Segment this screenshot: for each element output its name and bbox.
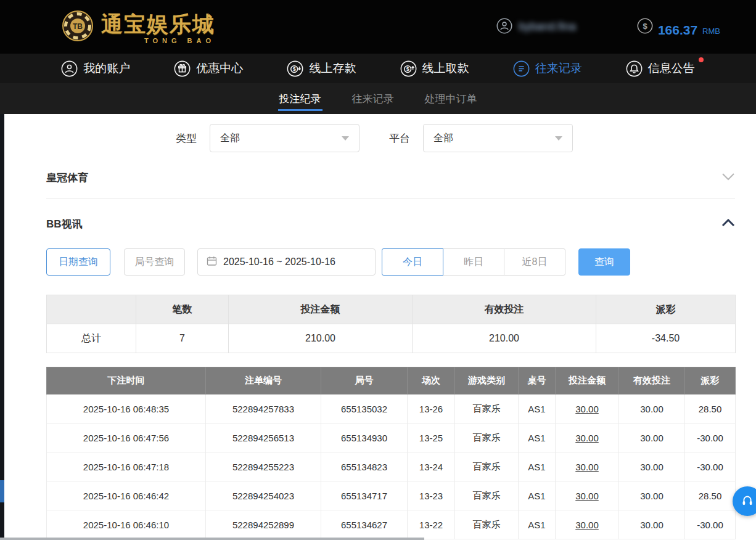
bet-time-cell: 2025-10-16 06:47:18 (47, 452, 206, 481)
session-cell: 13-23 (408, 481, 455, 510)
search-button[interactable]: 查询 (578, 248, 630, 276)
valid-bet-cell: 30.00 (619, 452, 685, 481)
yesterday-button[interactable]: 昨日 (443, 248, 504, 276)
last-8-days-button[interactable]: 近8日 (504, 248, 565, 276)
deposit-icon: $ (287, 60, 303, 77)
table-no-cell: AS1 (519, 481, 556, 510)
valid-bet-cell: 30.00 (619, 395, 685, 423)
table-no-cell: AS1 (519, 510, 556, 539)
summary-header-row: 笔数 投注金额 有效投注 派彩 (47, 295, 736, 324)
nav-label: 往来记录 (535, 60, 582, 76)
date-range-value: 2025-10-16 ~ 2025-10-16 (223, 256, 335, 268)
calendar-icon (207, 256, 217, 269)
filter-row: 类型 全部 平台 全部 (176, 124, 735, 152)
section-crown-sports[interactable]: 皇冠体育 (46, 165, 735, 190)
platform-select[interactable]: 全部 (423, 124, 573, 152)
main-nav: 我的账户 优惠中心 $ 线上存款 (0, 54, 756, 83)
summary-payout: -34.50 (596, 324, 736, 353)
summary-total-label: 总计 (47, 324, 136, 353)
brand-logo[interactable]: TB 通宝娱乐城 TONG BAO (62, 10, 215, 44)
section-title: BB视讯 (46, 217, 83, 231)
svg-text:$: $ (406, 66, 409, 72)
table-row: 2025-10-16 06:46:42 522894254023 6551347… (47, 481, 736, 510)
game-type-cell: 百家乐 (455, 452, 519, 481)
svg-text:$: $ (643, 21, 647, 30)
table-row: 2025-10-16 06:47:18 522894255223 6551348… (47, 452, 736, 481)
today-button[interactable]: 今日 (382, 248, 443, 276)
summary-table: 笔数 投注金额 有效投注 派彩 总计 7 210.00 210.00 -34.5… (46, 295, 736, 353)
header-bet-no: 注单编号 (206, 367, 321, 395)
brand-name: 通宝娱乐城 (101, 10, 215, 39)
desktop-edge-highlight (0, 480, 4, 502)
bet-amount-link[interactable]: 30.00 (556, 481, 619, 510)
header-game-type: 游戏类别 (455, 367, 519, 395)
main-content: 类型 全部 平台 全部 皇冠体育 BB视讯 日期查询 局号查询 (0, 124, 756, 539)
nav-item-withdraw[interactable]: $ 线上取款 (400, 60, 469, 77)
nav-item-deposit[interactable]: $ 线上存款 (287, 60, 356, 77)
payout-cell: -30.00 (685, 510, 736, 539)
user-account[interactable]: byband.fina (496, 18, 600, 36)
summary-header-payout: 派彩 (596, 295, 736, 324)
table-row: 2025-10-16 06:48:35 522894257833 6551350… (47, 395, 736, 423)
platform-filter-label: 平台 (389, 131, 410, 145)
bet-no-cell: 522894254023 (206, 481, 321, 510)
bet-no-cell: 522894257833 (206, 395, 321, 423)
summary-valid-bet: 210.00 (413, 324, 596, 353)
header-table-no: 桌号 (519, 367, 556, 395)
round-no-cell: 655134627 (321, 510, 408, 539)
balance-currency: RMB (702, 27, 720, 36)
header-valid-bet: 有效投注 (619, 367, 685, 395)
tab-transaction-records[interactable]: 往来记录 (351, 83, 395, 114)
table-row: 2025-10-16 06:47:56 522894256513 6551349… (47, 423, 736, 452)
chevron-down-icon[interactable] (721, 172, 735, 183)
bet-no-cell: 522894255223 (206, 452, 321, 481)
type-select-value: 全部 (220, 132, 240, 145)
svg-text:TB: TB (73, 22, 83, 30)
session-cell: 13-24 (408, 452, 455, 481)
summary-header-valid-bet: 有效投注 (413, 295, 596, 324)
nav-label: 信息公告 (648, 60, 695, 76)
game-type-cell: 百家乐 (455, 481, 519, 510)
chevron-down-icon (342, 136, 349, 141)
valid-bet-cell: 30.00 (619, 481, 685, 510)
bet-amount-link[interactable]: 30.00 (556, 452, 619, 481)
bet-time-cell: 2025-10-16 06:46:42 (47, 481, 206, 510)
user-icon (61, 60, 78, 77)
table-row: 2025-10-16 06:46:10 522894252899 6551346… (47, 510, 736, 539)
summary-bet-amount: 210.00 (229, 324, 413, 353)
header-bet-time: 下注时间 (47, 367, 206, 395)
nav-item-promotions[interactable]: 优惠中心 (174, 60, 243, 77)
round-query-button[interactable]: 局号查询 (124, 248, 185, 276)
bet-no-cell: 522894256513 (206, 423, 321, 452)
bet-amount-link[interactable]: 30.00 (556, 395, 619, 423)
bet-amount-link[interactable]: 30.00 (556, 510, 619, 539)
notification-dot (699, 57, 704, 62)
chevron-down-icon (555, 136, 562, 141)
date-range-input[interactable]: 2025-10-16 ~ 2025-10-16 (197, 248, 376, 276)
nav-item-records[interactable]: 往来记录 (513, 60, 582, 77)
chevron-up-icon[interactable] (721, 218, 735, 229)
nav-item-my-account[interactable]: 我的账户 (61, 60, 130, 77)
detail-table: 下注时间 注单编号 局号 场次 游戏类别 桌号 投注金额 有效投注 派彩 202… (46, 367, 736, 539)
header-round-no: 局号 (321, 367, 408, 395)
section-title: 皇冠体育 (46, 171, 88, 185)
round-no-cell: 655134823 (321, 452, 408, 481)
tab-processing-orders[interactable]: 处理中订单 (424, 83, 479, 114)
date-query-button[interactable]: 日期查询 (46, 248, 110, 276)
type-select[interactable]: 全部 (210, 124, 360, 152)
summary-count: 7 (136, 324, 229, 353)
horizontal-scrollbar[interactable] (0, 538, 424, 540)
session-cell: 13-25 (408, 423, 455, 452)
header-bet-amount: 投注金额 (556, 367, 619, 395)
balance[interactable]: $ 166.37 RMB (637, 18, 720, 36)
withdraw-icon: $ (400, 60, 417, 77)
header-session: 场次 (408, 367, 455, 395)
section-bb-video[interactable]: BB视讯 (46, 211, 735, 237)
desktop-edge (0, 114, 4, 540)
bet-amount-link[interactable]: 30.00 (556, 423, 619, 452)
tab-betting-records[interactable]: 投注纪录 (278, 83, 323, 114)
balance-amount: 166.37 (658, 23, 697, 36)
section-divider (46, 198, 735, 198)
nav-item-announcements[interactable]: 信息公告 (626, 60, 695, 77)
session-cell: 13-22 (408, 510, 455, 539)
